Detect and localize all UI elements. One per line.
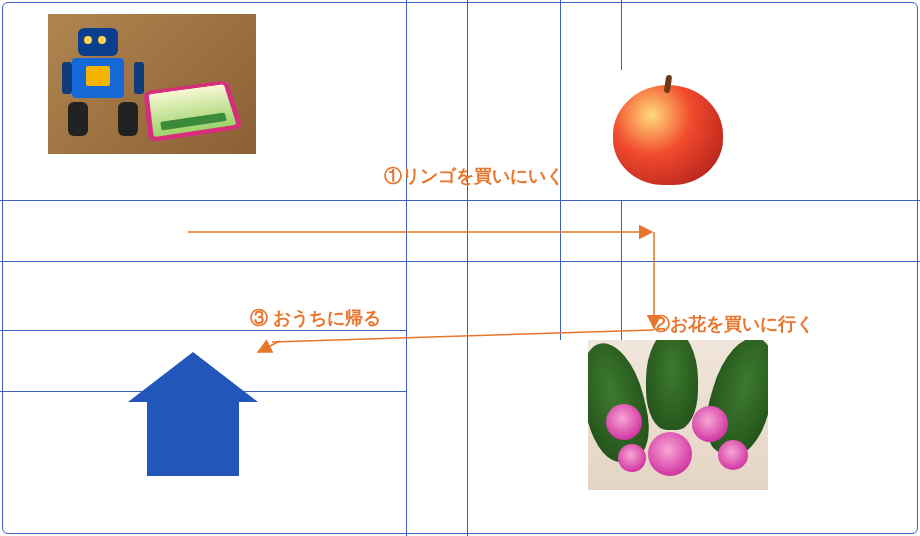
intersection-mask-3	[407, 331, 465, 389]
road-vertical-left	[406, 0, 468, 536]
intersection-mask-1	[407, 201, 465, 259]
house-icon	[128, 352, 258, 476]
flowers-image	[588, 340, 768, 490]
apple-image	[588, 70, 748, 200]
robot-tablet-image	[48, 14, 256, 154]
step3-label: ③ おうちに帰る	[250, 306, 381, 330]
step2-label: ②お花を買いに行く	[652, 312, 814, 336]
intersection-mask-2	[561, 201, 619, 259]
step1-label: ①リンゴを買いにいく	[384, 164, 564, 188]
